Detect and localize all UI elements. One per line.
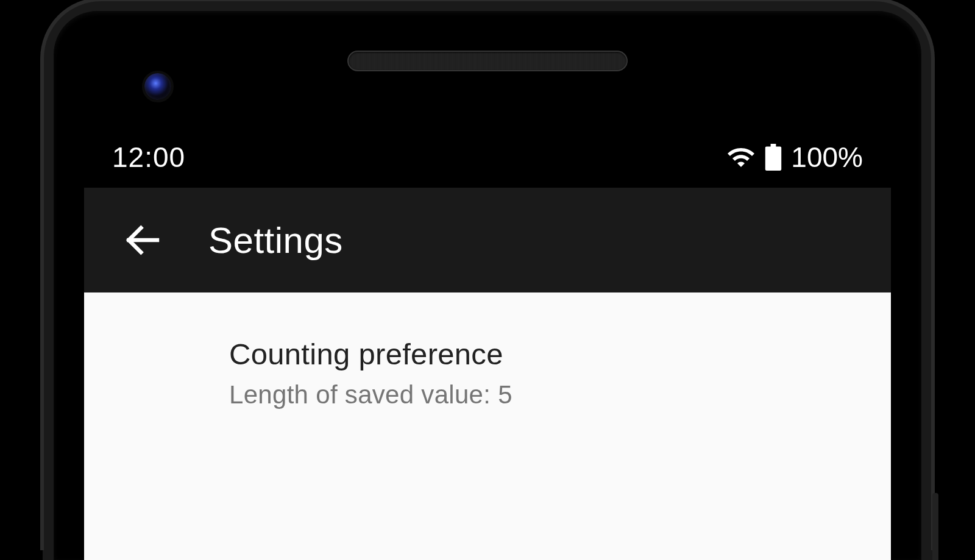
status-bar: 12:00 100% bbox=[84, 133, 891, 188]
app-bar-title: Settings bbox=[208, 219, 343, 261]
phone-front-camera bbox=[142, 71, 174, 102]
counting-preference-item[interactable]: Counting preference Length of saved valu… bbox=[84, 319, 891, 428]
status-bar-right: 100% bbox=[726, 141, 863, 174]
phone-side-button bbox=[932, 493, 938, 560]
wifi-icon bbox=[726, 143, 756, 172]
settings-content: Counting preference Length of saved valu… bbox=[84, 292, 891, 560]
status-bar-time: 12:00 bbox=[112, 141, 185, 174]
preference-title: Counting preference bbox=[229, 334, 863, 374]
phone-device-frame: 12:00 100% Settings Cou bbox=[43, 0, 932, 560]
arrow-left-icon bbox=[123, 221, 162, 260]
status-bar-battery-percent: 100% bbox=[791, 141, 863, 174]
app-bar: Settings bbox=[84, 188, 891, 292]
battery-full-icon bbox=[764, 144, 782, 171]
back-button[interactable] bbox=[121, 218, 165, 262]
preference-summary: Length of saved value: 5 bbox=[229, 375, 863, 414]
phone-speaker bbox=[347, 51, 628, 71]
phone-screen: 12:00 100% Settings Cou bbox=[84, 133, 891, 560]
